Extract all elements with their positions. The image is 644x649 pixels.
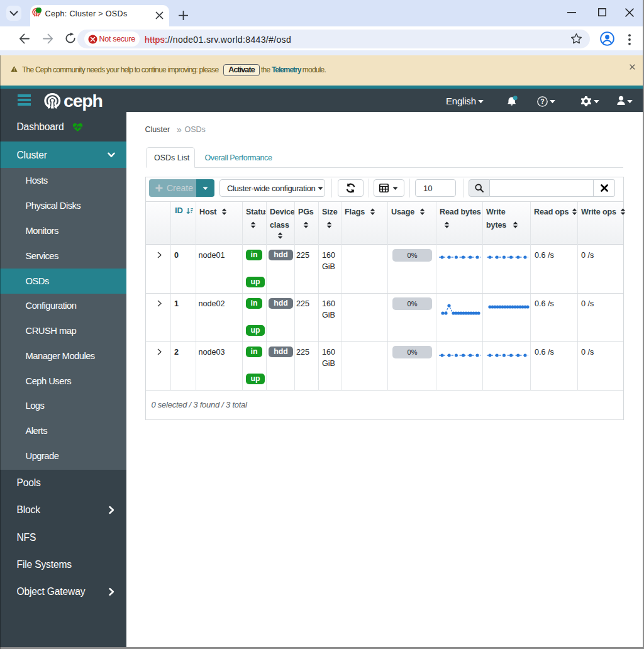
svg-text:?: ? xyxy=(540,97,544,105)
